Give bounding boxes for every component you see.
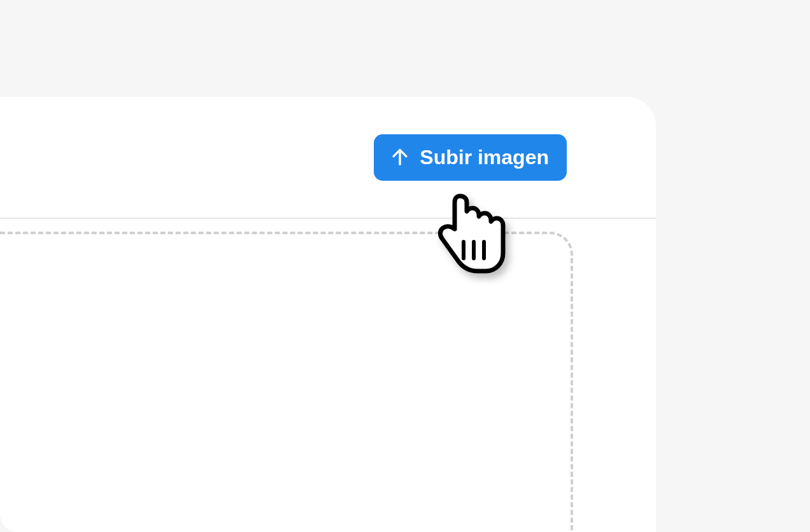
image-dropzone[interactable] (0, 232, 573, 532)
panel-header: Subir imagen (0, 97, 656, 219)
upload-panel: Subir imagen (0, 97, 656, 532)
dropzone-wrapper (0, 219, 656, 532)
upload-button-label: Subir imagen (420, 146, 549, 169)
arrow-up-icon (389, 146, 411, 168)
upload-image-button[interactable]: Subir imagen (374, 134, 567, 181)
